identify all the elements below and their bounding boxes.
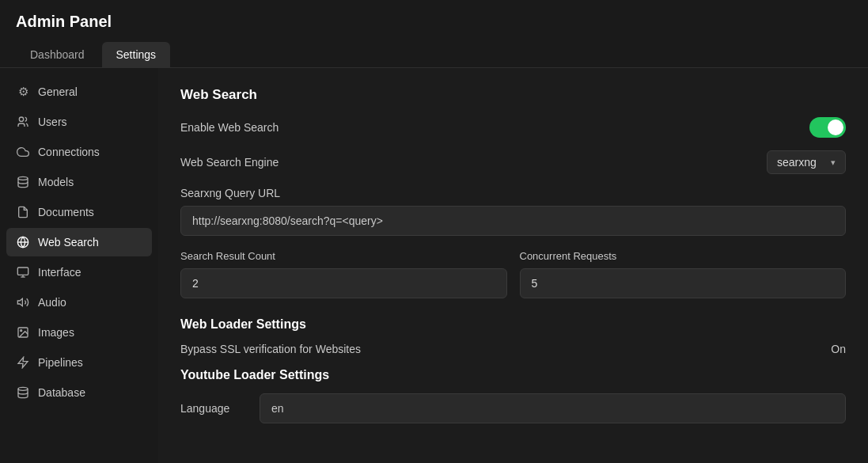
cloud-icon bbox=[16, 145, 30, 159]
tab-settings[interactable]: Settings bbox=[102, 42, 171, 67]
pipelines-icon bbox=[16, 355, 30, 370]
sidebar-label-audio: Audio bbox=[38, 296, 66, 309]
audio-icon bbox=[16, 295, 30, 309]
sidebar-item-documents[interactable]: Documents bbox=[6, 198, 152, 226]
bypass-ssl-value: On bbox=[831, 343, 846, 355]
users-icon bbox=[16, 115, 30, 129]
toggle-thumb bbox=[828, 120, 843, 135]
sidebar-label-connections: Connections bbox=[38, 146, 100, 158]
search-result-count-input[interactable] bbox=[180, 268, 507, 298]
svg-point-9 bbox=[21, 330, 22, 332]
document-icon bbox=[16, 205, 30, 219]
web-search-engine-value: searxng bbox=[777, 156, 817, 169]
sidebar: ⚙ General Users Connections bbox=[0, 68, 158, 463]
sidebar-item-pipelines[interactable]: Pipelines bbox=[6, 348, 152, 377]
sidebar-item-users[interactable]: Users bbox=[6, 108, 152, 136]
models-icon bbox=[16, 175, 30, 189]
sidebar-item-images[interactable]: Images bbox=[6, 318, 152, 347]
sidebar-label-pipelines: Pipelines bbox=[38, 356, 83, 369]
sidebar-label-models: Models bbox=[38, 176, 74, 188]
svg-point-1 bbox=[18, 176, 28, 180]
sidebar-item-general[interactable]: ⚙ General bbox=[6, 78, 152, 106]
bypass-ssl-label: Bypass SSL verification for Websites bbox=[180, 343, 361, 355]
language-label: Language bbox=[180, 402, 244, 415]
gear-icon: ⚙ bbox=[16, 85, 30, 99]
sidebar-item-audio[interactable]: Audio bbox=[6, 288, 152, 317]
concurrent-requests-input[interactable] bbox=[520, 268, 847, 298]
sidebar-label-users: Users bbox=[38, 116, 67, 128]
sidebar-label-web-search: Web Search bbox=[38, 236, 99, 249]
app-title: Admin Panel bbox=[16, 13, 852, 31]
globe-icon bbox=[16, 235, 30, 249]
sidebar-label-images: Images bbox=[38, 326, 74, 339]
svg-marker-7 bbox=[17, 298, 22, 306]
youtube-loader-title: Youtube Loader Settings bbox=[180, 368, 846, 382]
bypass-ssl-row: Bypass SSL verification for Websites On bbox=[180, 343, 846, 355]
svg-marker-10 bbox=[18, 357, 28, 367]
enable-web-search-row: Enable Web Search bbox=[180, 117, 846, 138]
web-search-title: Web Search bbox=[180, 87, 846, 103]
database-icon bbox=[16, 385, 30, 400]
content-area: Web Search Enable Web Search Web Search … bbox=[158, 68, 868, 463]
sidebar-item-web-search[interactable]: Web Search bbox=[6, 228, 152, 256]
toggle-track[interactable] bbox=[809, 117, 846, 138]
svg-point-11 bbox=[18, 387, 28, 390]
tab-bar: Dashboard Settings bbox=[16, 42, 852, 67]
language-input[interactable] bbox=[260, 393, 846, 423]
sidebar-item-interface[interactable]: Interface bbox=[6, 258, 152, 287]
images-icon bbox=[16, 325, 30, 340]
header: Admin Panel Dashboard Settings bbox=[0, 0, 868, 68]
chevron-down-icon: ▾ bbox=[831, 157, 836, 168]
count-requests-row: Search Result Count Concurrent Requests bbox=[180, 250, 846, 298]
svg-point-0 bbox=[19, 117, 23, 121]
tab-dashboard[interactable]: Dashboard bbox=[16, 42, 99, 67]
sidebar-label-general: General bbox=[38, 85, 78, 98]
enable-web-search-toggle[interactable] bbox=[809, 117, 846, 138]
language-row: Language bbox=[180, 393, 846, 423]
web-search-engine-label: Web Search Engine bbox=[180, 156, 279, 169]
sidebar-item-database[interactable]: Database bbox=[6, 378, 152, 407]
sidebar-label-interface: Interface bbox=[38, 266, 81, 279]
sidebar-item-connections[interactable]: Connections bbox=[6, 138, 152, 166]
searxng-query-url-label: Searxng Query URL bbox=[180, 187, 846, 199]
concurrent-requests-label: Concurrent Requests bbox=[520, 250, 847, 262]
main-layout: ⚙ General Users Connections bbox=[0, 68, 868, 463]
enable-web-search-label: Enable Web Search bbox=[180, 121, 279, 134]
web-loader-title: Web Loader Settings bbox=[180, 317, 846, 332]
monitor-icon bbox=[16, 265, 30, 279]
searxng-query-url-input[interactable] bbox=[180, 206, 846, 236]
web-search-engine-row: Web Search Engine searxng ▾ bbox=[180, 150, 846, 174]
search-result-count-label: Search Result Count bbox=[180, 250, 507, 262]
sidebar-item-models[interactable]: Models bbox=[6, 168, 152, 196]
svg-rect-4 bbox=[17, 268, 28, 275]
sidebar-label-documents: Documents bbox=[38, 206, 94, 218]
sidebar-label-database: Database bbox=[38, 386, 85, 399]
concurrent-requests-group: Concurrent Requests bbox=[520, 250, 847, 298]
web-search-engine-dropdown[interactable]: searxng ▾ bbox=[767, 150, 846, 174]
search-result-count-group: Search Result Count bbox=[180, 250, 507, 298]
